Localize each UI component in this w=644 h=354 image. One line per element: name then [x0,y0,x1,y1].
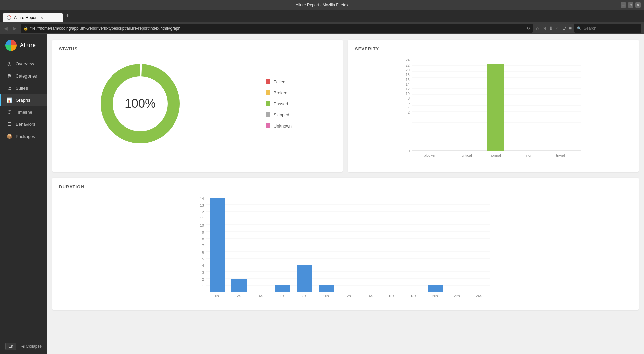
svg-text:2: 2 [202,277,204,281]
svg-text:12: 12 [200,210,204,214]
status-chart-title: STATUS [59,46,336,51]
duration-bar-22s [428,285,443,292]
legend-label-skipped: Skipped [274,112,289,117]
legend-dot-failed [266,79,270,84]
svg-text:8: 8 [408,96,410,100]
svg-text:12s: 12s [345,294,351,298]
duration-chart-title: DURATION [59,184,632,189]
collapse-label: Collapse [26,344,42,349]
donut-chart-container: 100% [97,60,184,147]
download-icon[interactable]: ⬇ [549,26,553,31]
svg-text:4: 4 [408,106,410,110]
severity-chart-title: SEVERITY [355,46,632,51]
sidebar-label-packages: Packages [16,134,35,139]
svg-text:blocker: blocker [424,153,436,157]
new-tab-button[interactable]: + [63,13,72,20]
svg-text:4: 4 [202,264,204,268]
svg-text:3: 3 [202,270,204,274]
legend-dot-skipped [266,112,270,117]
status-legend: Failed Broken Passed Skipped [259,76,299,132]
forward-button[interactable]: ▶ [12,25,18,32]
bookmark-icon[interactable]: ⊡ [542,26,546,31]
overview-icon: ◎ [6,61,12,66]
language-button[interactable]: En [5,343,16,350]
sidebar-item-overview[interactable]: ◎ Overview [0,58,47,70]
collapse-arrow-icon: ◀ [21,344,24,349]
svg-text:10s: 10s [323,294,329,298]
duration-chart-body: 14 13 12 11 10 9 8 7 6 5 4 3 2 1 [59,195,632,303]
sidebar-item-graphs[interactable]: 📊 Graphs [0,94,47,106]
app-layout: Allure ◎ Overview ⚑ Categories 🗂 Suites … [0,34,644,354]
legend-label-broken: Broken [274,90,287,95]
browser-urlbar: ◀ ▶ 🔒 file:///home/ram/coding/appium-web… [0,22,644,34]
browser-tabbar: Allure Report ✕ + [0,10,644,22]
svg-text:8: 8 [202,237,204,241]
search-input[interactable] [584,26,631,31]
collapse-button[interactable]: ◀ Collapse [21,344,42,349]
duration-chart-svg: 14 13 12 11 10 9 8 7 6 5 4 3 2 1 [62,195,629,302]
legend-dot-passed [266,101,270,106]
svg-text:2: 2 [408,110,410,114]
minimize-button[interactable]: ─ [621,2,626,8]
legend-item-passed: Passed [266,101,292,106]
bookmark-star-icon[interactable]: ☆ [535,26,540,31]
legend-dot-unknown [266,123,270,128]
url-bar[interactable]: 🔒 file:///home/ram/coding/appium-webdriv… [21,24,533,33]
severity-card: SEVERITY 24 22 20 18 16 14 12 10 8 6 [348,40,639,172]
suites-icon: 🗂 [6,85,12,91]
menu-icon[interactable]: ≡ [569,26,572,31]
sidebar-item-behaviors[interactable]: ☰ Behaviors [0,118,47,130]
svg-text:22s: 22s [454,294,460,298]
behaviors-icon: ☰ [6,121,12,127]
svg-text:2s: 2s [237,294,241,298]
browser-tab-active[interactable]: Allure Report ✕ [3,13,63,22]
svg-text:24: 24 [406,58,410,62]
home-icon[interactable]: ⌂ [556,26,558,31]
tab-close-button[interactable]: ✕ [40,16,43,20]
svg-text:6s: 6s [280,294,284,298]
status-chart-body: 100% Failed Broken Passed [59,57,336,151]
sidebar-logo-text: Allure [20,42,36,48]
svg-text:14: 14 [406,82,410,86]
sidebar-item-timeline[interactable]: ⏱ Timeline [0,106,47,118]
svg-text:11: 11 [200,217,204,221]
categories-icon: ⚑ [6,73,12,79]
top-charts-row: STATUS 100% [52,40,639,172]
sidebar-footer: En ◀ Collapse [0,339,47,354]
svg-text:8s: 8s [302,294,306,298]
shield-icon[interactable]: 🛡 [561,26,566,31]
allure-logo-icon [5,40,17,51]
svg-text:10: 10 [406,92,410,96]
sidebar-item-suites[interactable]: 🗂 Suites [0,82,47,94]
legend-item-failed: Failed [266,79,292,84]
duration-bar-8s [297,265,312,292]
sidebar-label-suites: Suites [16,86,28,91]
legend-dot-broken [266,90,270,95]
legend-item-skipped: Skipped [266,112,292,117]
svg-text:20: 20 [406,68,410,72]
svg-text:0: 0 [408,149,410,153]
browser-title: Allure Report - Mozilla Firefox [296,3,348,7]
sidebar-item-categories[interactable]: ⚑ Categories [0,70,47,82]
donut-percentage-label: 100% [125,97,156,111]
sidebar-label-graphs: Graphs [16,98,30,103]
sidebar-label-overview: Overview [16,61,34,66]
severity-chart-body: 24 22 20 18 16 14 12 10 8 6 4 2 0 [355,57,632,165]
svg-text:18: 18 [406,73,410,77]
svg-text:6: 6 [408,101,410,105]
reload-icon[interactable]: ↻ [527,26,530,31]
svg-text:critical: critical [461,153,472,157]
duration-bar-0s [210,198,225,292]
back-button[interactable]: ◀ [3,25,9,32]
legend-item-broken: Broken [266,90,292,95]
maximize-button[interactable]: □ [628,2,633,8]
sidebar-label-categories: Categories [16,73,37,79]
sidebar-item-packages[interactable]: 📦 Packages [0,130,47,142]
duration-card: DURATION 14 13 12 11 10 9 8 7 6 5 4 3 2 [52,178,639,310]
svg-text:20s: 20s [432,294,438,298]
severity-bar-normal [487,64,504,151]
duration-bar-2s [231,279,247,292]
close-button[interactable]: ✕ [635,2,641,8]
browser-titlebar: Allure Report - Mozilla Firefox ─ □ ✕ [0,0,644,10]
legend-label-unknown: Unknown [274,123,292,129]
